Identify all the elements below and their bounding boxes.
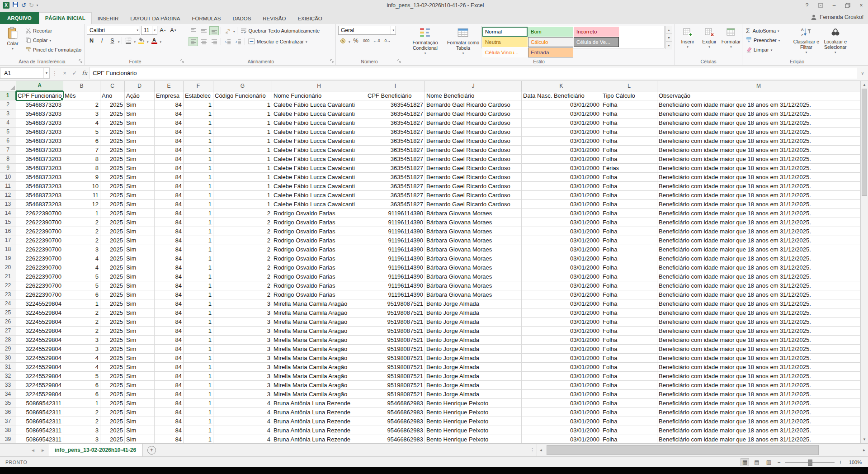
- row-header-36[interactable]: 36: [0, 408, 16, 417]
- cell-C24[interactable]: 2025: [100, 299, 125, 308]
- cell-B11[interactable]: 10: [63, 182, 100, 191]
- cell-B20[interactable]: 4: [63, 263, 100, 272]
- cell-F6[interactable]: 1: [184, 137, 213, 146]
- horizontal-scroll-thumb[interactable]: [547, 445, 819, 455]
- cell-F39[interactable]: 1: [184, 435, 213, 443]
- cell-F23[interactable]: 1: [184, 290, 213, 299]
- cell-J15[interactable]: Bárbara Giovana Moraes: [425, 218, 522, 227]
- cell-J30[interactable]: Bento Jorge Almada: [425, 354, 522, 363]
- cell-G13[interactable]: 1: [213, 200, 272, 209]
- cell-E7[interactable]: 84: [155, 146, 184, 155]
- font-color-caret-icon[interactable]: [160, 39, 162, 43]
- cell-C6[interactable]: 2025: [100, 137, 125, 146]
- cell-F21[interactable]: 1: [184, 272, 213, 281]
- cell-D12[interactable]: Sim: [125, 191, 155, 200]
- row-header-37[interactable]: 37: [0, 417, 16, 426]
- cell-F24[interactable]: 1: [184, 299, 213, 308]
- italic-button[interactable]: I: [97, 36, 107, 45]
- cell-M12[interactable]: Beneficiário com idade maior que 18 anos…: [657, 191, 860, 200]
- cell-C3[interactable]: 2025: [100, 109, 125, 118]
- cell-I25[interactable]: 95198087521: [366, 308, 425, 318]
- cell-H17[interactable]: Rodrigo Osvaldo Farias: [272, 236, 366, 245]
- cell-J34[interactable]: Bento Jorge Almada: [425, 390, 522, 399]
- cell-M4[interactable]: Beneficiário com idade maior que 18 anos…: [657, 118, 860, 128]
- cell-F28[interactable]: 1: [184, 336, 213, 345]
- cell-J36[interactable]: Bento Henrique Peixoto: [425, 408, 522, 417]
- cell-H34[interactable]: Mirella Maria Camila Aragão: [272, 390, 366, 399]
- cell-A18[interactable]: 22622390700: [16, 245, 63, 254]
- cell-L3[interactable]: Folha: [601, 109, 657, 118]
- cell-K28[interactable]: 03/01/2000: [522, 336, 601, 345]
- cell-D1[interactable]: Ação: [125, 91, 155, 100]
- cell-A22[interactable]: 22622390700: [16, 281, 63, 290]
- cell-A5[interactable]: 35468373203: [16, 128, 63, 137]
- cell-A9[interactable]: 35468373203: [16, 164, 63, 173]
- cell-I2[interactable]: 3635451827: [366, 100, 425, 109]
- cell-G3[interactable]: 1: [213, 109, 272, 118]
- cell-I32[interactable]: 95198087521: [366, 372, 425, 381]
- cell-C7[interactable]: 2025: [100, 146, 125, 155]
- row-header-26[interactable]: 26: [0, 318, 16, 327]
- cell-M27[interactable]: Beneficiário com idade maior que 18 anos…: [657, 327, 860, 336]
- conditional-formatting-button[interactable]: Formatação Condicional: [406, 26, 445, 55]
- cell-M14[interactable]: Beneficiário com idade maior que 18 anos…: [657, 209, 860, 218]
- cell-B9[interactable]: 8: [63, 164, 100, 173]
- cell-F14[interactable]: 1: [184, 209, 213, 218]
- cell-B33[interactable]: 6: [63, 381, 100, 390]
- cell-I39[interactable]: 95466862983: [366, 435, 425, 443]
- increase-font-size-icon[interactable]: A▲: [158, 26, 168, 35]
- cell-H13[interactable]: Calebe Fábio Lucca Cavalcanti: [272, 200, 366, 209]
- cell-C33[interactable]: 2025: [100, 381, 125, 390]
- cell-B32[interactable]: 5: [63, 372, 100, 381]
- cell-H31[interactable]: Mirella Maria Camila Aragão: [272, 363, 366, 372]
- cell-J37[interactable]: Bento Henrique Peixoto: [425, 417, 522, 426]
- cell-I6[interactable]: 3635451827: [366, 137, 425, 146]
- cell-B13[interactable]: 12: [63, 200, 100, 209]
- cell-K11[interactable]: 03/01/2000: [522, 182, 601, 191]
- cell-C36[interactable]: 2025: [100, 408, 125, 417]
- cell-L23[interactable]: Folha: [601, 290, 657, 299]
- cell-B36[interactable]: 2: [63, 408, 100, 417]
- cell-M1[interactable]: Observação: [657, 91, 860, 100]
- row-header-12[interactable]: 12: [0, 191, 16, 200]
- cell-A32[interactable]: 32245529804: [16, 372, 63, 381]
- cell-E36[interactable]: 84: [155, 408, 184, 417]
- cell-D32[interactable]: Sim: [125, 372, 155, 381]
- cut-button[interactable]: Recortar: [24, 26, 83, 35]
- cell-D35[interactable]: Sim: [125, 399, 155, 408]
- row-header-16[interactable]: 16: [0, 227, 16, 236]
- cell-G15[interactable]: 2: [213, 218, 272, 227]
- cell-A36[interactable]: 50869542311: [16, 408, 63, 417]
- cell-style-option[interactable]: Entrada: [528, 47, 573, 57]
- cell-G37[interactable]: 4: [213, 417, 272, 426]
- redo-icon[interactable]: ↻: [29, 2, 34, 9]
- scroll-right-icon[interactable]: ►: [860, 448, 868, 452]
- cell-M18[interactable]: Beneficiário com idade maior que 18 anos…: [657, 245, 860, 254]
- row-header-27[interactable]: 27: [0, 327, 16, 336]
- row-header-2[interactable]: 2: [0, 100, 16, 109]
- cell-B6[interactable]: 6: [63, 137, 100, 146]
- name-box-caret-icon[interactable]: ▾: [43, 68, 49, 78]
- cell-F37[interactable]: 1: [184, 417, 213, 426]
- cell-D31[interactable]: Sim: [125, 363, 155, 372]
- cell-H1[interactable]: Nome Funcionário: [272, 91, 366, 100]
- cell-E35[interactable]: 84: [155, 399, 184, 408]
- cell-K8[interactable]: 03/01/2000: [522, 155, 601, 164]
- increase-indent-icon[interactable]: [233, 37, 243, 46]
- cell-K22[interactable]: 03/01/2000: [522, 281, 601, 290]
- cell-A12[interactable]: 35468373203: [16, 191, 63, 200]
- cell-H4[interactable]: Calebe Fábio Lucca Cavalcanti: [272, 118, 366, 128]
- row-header-4[interactable]: 4: [0, 118, 16, 128]
- cell-K10[interactable]: 03/01/2000: [522, 173, 601, 182]
- cell-I8[interactable]: 3635451827: [366, 155, 425, 164]
- alignment-dialog-launcher-icon[interactable]: [330, 59, 334, 64]
- cell-M15[interactable]: Beneficiário com idade maior que 18 anos…: [657, 218, 860, 227]
- cell-L12[interactable]: Folha: [601, 191, 657, 200]
- cell-G16[interactable]: 2: [213, 227, 272, 236]
- cell-C23[interactable]: 2025: [100, 290, 125, 299]
- cell-A27[interactable]: 32245529804: [16, 327, 63, 336]
- cell-I4[interactable]: 3635451827: [366, 118, 425, 128]
- cell-E28[interactable]: 84: [155, 336, 184, 345]
- cell-B16[interactable]: 2: [63, 227, 100, 236]
- cell-M36[interactable]: Beneficiário com idade maior que 18 anos…: [657, 408, 860, 417]
